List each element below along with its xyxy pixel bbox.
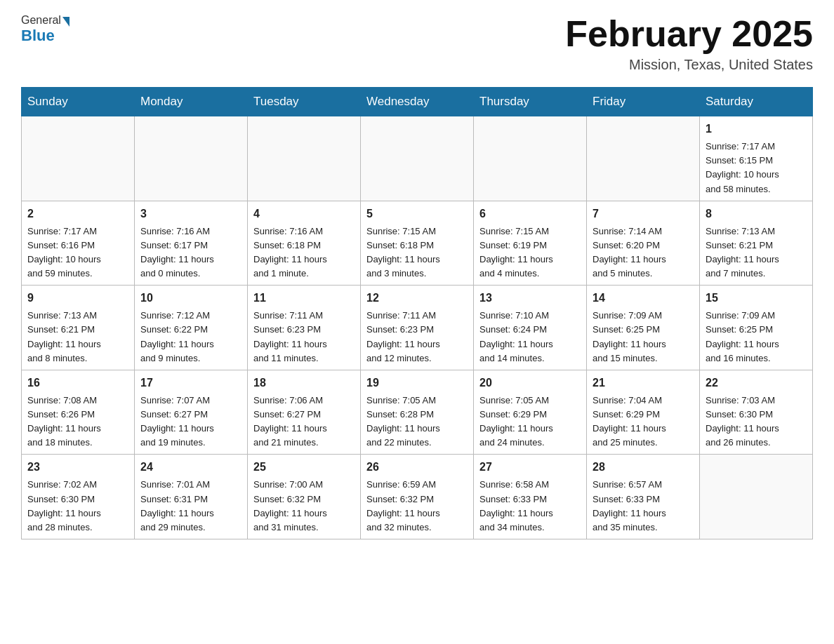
day-info: Sunrise: 7:14 AM Sunset: 6:20 PM Dayligh… <box>593 224 694 281</box>
day-info: Sunrise: 7:07 AM Sunset: 6:27 PM Dayligh… <box>140 394 241 450</box>
calendar-day-cell <box>474 116 587 201</box>
location-text: Mission, Texas, United States <box>565 57 813 73</box>
day-number: 19 <box>366 375 468 391</box>
day-number: 1 <box>706 121 807 137</box>
day-number: 21 <box>593 375 694 391</box>
day-number: 15 <box>706 290 807 307</box>
day-info: Sunrise: 7:13 AM Sunset: 6:21 PM Dayligh… <box>27 309 128 365</box>
calendar-day-cell: 14Sunrise: 7:09 AM Sunset: 6:25 PM Dayli… <box>587 286 700 370</box>
calendar-day-cell: 13Sunrise: 7:10 AM Sunset: 6:24 PM Dayli… <box>474 286 587 370</box>
day-number: 23 <box>27 459 128 476</box>
calendar-day-cell: 26Sunrise: 6:59 AM Sunset: 6:32 PM Dayli… <box>361 455 474 539</box>
calendar-table: SundayMondayTuesdayWednesdayThursdayFrid… <box>21 87 813 539</box>
day-info: Sunrise: 7:00 AM Sunset: 6:32 PM Dayligh… <box>253 478 355 535</box>
day-info: Sunrise: 7:01 AM Sunset: 6:31 PM Dayligh… <box>140 478 241 535</box>
calendar-day-cell <box>361 116 474 201</box>
day-info: Sunrise: 7:09 AM Sunset: 6:25 PM Dayligh… <box>706 309 807 365</box>
day-number: 28 <box>593 459 694 476</box>
day-info: Sunrise: 7:05 AM Sunset: 6:29 PM Dayligh… <box>479 394 581 450</box>
day-number: 9 <box>27 290 128 307</box>
day-number: 27 <box>479 459 581 476</box>
calendar-day-cell: 9Sunrise: 7:13 AM Sunset: 6:21 PM Daylig… <box>22 286 135 370</box>
calendar-week-row: 1Sunrise: 7:17 AM Sunset: 6:15 PM Daylig… <box>22 116 813 201</box>
day-info: Sunrise: 7:16 AM Sunset: 6:18 PM Dayligh… <box>253 224 355 281</box>
day-of-week-header: Sunday <box>22 88 135 116</box>
day-info: Sunrise: 7:03 AM Sunset: 6:30 PM Dayligh… <box>706 394 807 450</box>
day-info: Sunrise: 7:02 AM Sunset: 6:30 PM Dayligh… <box>27 478 128 535</box>
day-of-week-header: Wednesday <box>361 88 474 116</box>
calendar-day-cell: 6Sunrise: 7:15 AM Sunset: 6:19 PM Daylig… <box>474 201 587 286</box>
calendar-day-cell: 7Sunrise: 7:14 AM Sunset: 6:20 PM Daylig… <box>587 201 700 286</box>
day-number: 11 <box>253 290 355 307</box>
day-info: Sunrise: 6:57 AM Sunset: 6:33 PM Dayligh… <box>593 478 694 535</box>
calendar-day-cell <box>587 116 700 201</box>
day-info: Sunrise: 7:13 AM Sunset: 6:21 PM Dayligh… <box>706 224 807 281</box>
calendar-day-cell: 10Sunrise: 7:12 AM Sunset: 6:22 PM Dayli… <box>135 286 248 370</box>
logo-arrow-icon <box>62 17 70 27</box>
day-of-week-header: Thursday <box>474 88 587 116</box>
day-number: 13 <box>479 290 581 307</box>
calendar-header: SundayMondayTuesdayWednesdayThursdayFrid… <box>22 88 813 116</box>
title-block: February 2025 Mission, Texas, United Sta… <box>565 14 813 73</box>
day-number: 14 <box>593 290 694 307</box>
days-of-week-row: SundayMondayTuesdayWednesdayThursdayFrid… <box>22 88 813 116</box>
day-number: 26 <box>366 459 468 476</box>
day-number: 5 <box>366 206 468 222</box>
calendar-day-cell: 23Sunrise: 7:02 AM Sunset: 6:30 PM Dayli… <box>22 455 135 539</box>
calendar-day-cell: 28Sunrise: 6:57 AM Sunset: 6:33 PM Dayli… <box>587 455 700 539</box>
day-of-week-header: Monday <box>135 88 248 116</box>
logo-blue-text: Blue <box>21 27 55 45</box>
day-info: Sunrise: 7:09 AM Sunset: 6:25 PM Dayligh… <box>593 309 694 365</box>
calendar-day-cell <box>22 116 135 201</box>
calendar-day-cell <box>248 116 361 201</box>
day-info: Sunrise: 7:16 AM Sunset: 6:17 PM Dayligh… <box>140 224 241 281</box>
day-info: Sunrise: 7:08 AM Sunset: 6:26 PM Dayligh… <box>27 394 128 450</box>
calendar-day-cell: 27Sunrise: 6:58 AM Sunset: 6:33 PM Dayli… <box>474 455 587 539</box>
calendar-week-row: 16Sunrise: 7:08 AM Sunset: 6:26 PM Dayli… <box>22 370 813 455</box>
day-info: Sunrise: 7:17 AM Sunset: 6:16 PM Dayligh… <box>27 224 128 281</box>
calendar-day-cell: 4Sunrise: 7:16 AM Sunset: 6:18 PM Daylig… <box>248 201 361 286</box>
calendar-day-cell: 15Sunrise: 7:09 AM Sunset: 6:25 PM Dayli… <box>700 286 813 370</box>
day-info: Sunrise: 7:11 AM Sunset: 6:23 PM Dayligh… <box>253 309 355 365</box>
calendar-day-cell: 11Sunrise: 7:11 AM Sunset: 6:23 PM Dayli… <box>248 286 361 370</box>
day-number: 22 <box>706 375 807 391</box>
calendar-day-cell <box>700 455 813 539</box>
calendar-week-row: 9Sunrise: 7:13 AM Sunset: 6:21 PM Daylig… <box>22 286 813 370</box>
calendar-day-cell: 3Sunrise: 7:16 AM Sunset: 6:17 PM Daylig… <box>135 201 248 286</box>
calendar-week-row: 23Sunrise: 7:02 AM Sunset: 6:30 PM Dayli… <box>22 455 813 539</box>
day-info: Sunrise: 6:59 AM Sunset: 6:32 PM Dayligh… <box>366 478 468 535</box>
day-info: Sunrise: 7:15 AM Sunset: 6:19 PM Dayligh… <box>479 224 581 281</box>
calendar-day-cell: 2Sunrise: 7:17 AM Sunset: 6:16 PM Daylig… <box>22 201 135 286</box>
calendar-day-cell: 5Sunrise: 7:15 AM Sunset: 6:18 PM Daylig… <box>361 201 474 286</box>
logo: General Blue <box>21 14 70 45</box>
day-info: Sunrise: 7:05 AM Sunset: 6:28 PM Dayligh… <box>366 394 468 450</box>
day-info: Sunrise: 7:06 AM Sunset: 6:27 PM Dayligh… <box>253 394 355 450</box>
day-info: Sunrise: 7:12 AM Sunset: 6:22 PM Dayligh… <box>140 309 241 365</box>
day-info: Sunrise: 7:15 AM Sunset: 6:18 PM Dayligh… <box>366 224 468 281</box>
day-number: 3 <box>140 206 241 222</box>
day-number: 10 <box>140 290 241 307</box>
calendar-body: 1Sunrise: 7:17 AM Sunset: 6:15 PM Daylig… <box>22 116 813 539</box>
calendar-day-cell: 20Sunrise: 7:05 AM Sunset: 6:29 PM Dayli… <box>474 370 587 455</box>
day-info: Sunrise: 7:11 AM Sunset: 6:23 PM Dayligh… <box>366 309 468 365</box>
calendar-day-cell: 18Sunrise: 7:06 AM Sunset: 6:27 PM Dayli… <box>248 370 361 455</box>
calendar-day-cell: 22Sunrise: 7:03 AM Sunset: 6:30 PM Dayli… <box>700 370 813 455</box>
day-number: 4 <box>253 206 355 222</box>
day-number: 6 <box>479 206 581 222</box>
calendar-week-row: 2Sunrise: 7:17 AM Sunset: 6:16 PM Daylig… <box>22 201 813 286</box>
calendar-day-cell: 24Sunrise: 7:01 AM Sunset: 6:31 PM Dayli… <box>135 455 248 539</box>
day-info: Sunrise: 7:10 AM Sunset: 6:24 PM Dayligh… <box>479 309 581 365</box>
day-number: 20 <box>479 375 581 391</box>
calendar-day-cell: 25Sunrise: 7:00 AM Sunset: 6:32 PM Dayli… <box>248 455 361 539</box>
day-info: Sunrise: 7:04 AM Sunset: 6:29 PM Dayligh… <box>593 394 694 450</box>
day-number: 18 <box>253 375 355 391</box>
day-number: 17 <box>140 375 241 391</box>
day-number: 16 <box>27 375 128 391</box>
calendar-day-cell: 8Sunrise: 7:13 AM Sunset: 6:21 PM Daylig… <box>700 201 813 286</box>
calendar-day-cell: 19Sunrise: 7:05 AM Sunset: 6:28 PM Dayli… <box>361 370 474 455</box>
page-header: General Blue February 2025 Mission, Texa… <box>21 14 813 73</box>
day-number: 7 <box>593 206 694 222</box>
day-number: 8 <box>706 206 807 222</box>
day-number: 25 <box>253 459 355 476</box>
calendar-day-cell <box>135 116 248 201</box>
